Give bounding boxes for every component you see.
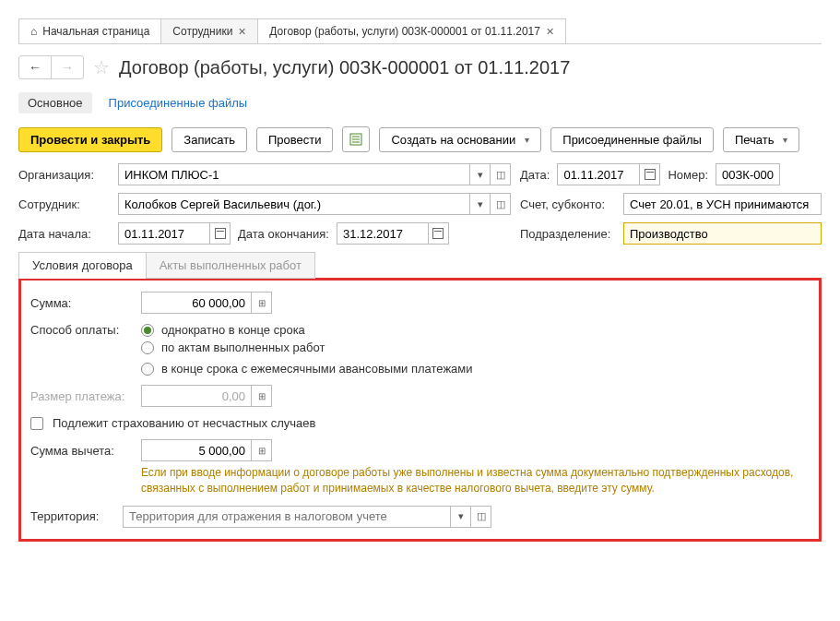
inner-tabs: Условия договора Акты выполненных работ	[18, 252, 822, 279]
territory-label: Территория:	[30, 509, 113, 523]
header-row: ← → ☆ Договор (работы, услуги) 00ЗК-0000…	[18, 44, 822, 89]
insurance-label: Подлежит страхованию от несчастных случа…	[53, 416, 315, 430]
account-input[interactable]	[623, 193, 822, 215]
radio-label: в конце срока с ежемесячными авансовыми …	[161, 362, 473, 376]
deduction-input[interactable]	[141, 439, 252, 461]
app-window: ⌂ Начальная страница Сотрудники ✕ Догово…	[18, 18, 822, 542]
calendar-icon[interactable]	[429, 222, 449, 245]
organization-label: Организация:	[18, 168, 111, 182]
conditions-panel: Сумма: ⊞ Способ оплаты: однократно в кон…	[18, 278, 822, 542]
section-main[interactable]: Основное	[18, 92, 92, 113]
deduction-label: Сумма вычета:	[30, 444, 132, 458]
calculator-icon[interactable]: ⊞	[252, 439, 272, 461]
open-icon[interactable]: ◫	[471, 506, 491, 528]
nav-forward-button[interactable]: →	[51, 56, 83, 78]
calendar-icon[interactable]	[210, 222, 231, 245]
open-icon[interactable]: ◫	[491, 163, 511, 185]
section-nav: Основное Присоединенные файлы	[18, 89, 822, 126]
radio-icon	[141, 341, 154, 354]
movements-button[interactable]	[342, 126, 370, 152]
tab-label: Начальная страница	[42, 25, 149, 38]
save-button[interactable]: Записать	[172, 127, 247, 152]
insurance-checkbox[interactable]	[30, 417, 43, 430]
tab-contract[interactable]: Договор (работы, услуги) 00ЗК-000001 от …	[257, 18, 566, 43]
post-and-close-button[interactable]: Провести и закрыть	[18, 127, 162, 152]
btn-label: Печать	[735, 133, 775, 147]
dropdown-icon[interactable]: ▾	[470, 193, 491, 215]
sum-label: Сумма:	[30, 296, 132, 310]
radio-icon	[141, 363, 154, 376]
tabs-bar: ⌂ Начальная страница Сотрудники ✕ Догово…	[18, 18, 822, 44]
radio-once-end[interactable]: однократно в конце срока	[141, 323, 305, 337]
section-files[interactable]: Присоединенные файлы	[109, 96, 248, 110]
tab-label: Сотрудники	[172, 25, 232, 38]
pay-method-label: Способ оплаты:	[30, 323, 132, 337]
date-input[interactable]	[557, 163, 640, 185]
radio-icon	[141, 324, 154, 337]
payment-size-input	[141, 385, 252, 407]
employee-input[interactable]	[118, 193, 470, 215]
calculator-icon: ⊞	[252, 385, 272, 407]
open-icon[interactable]: ◫	[491, 193, 511, 215]
close-icon[interactable]: ✕	[546, 26, 554, 38]
tab-acts[interactable]: Акты выполненных работ	[146, 252, 315, 279]
nav-buttons: ← →	[18, 55, 84, 79]
create-based-button[interactable]: Создать на основании	[379, 127, 541, 152]
radio-by-acts[interactable]: по актам выполненных работ	[141, 340, 810, 354]
form-area: Организация: ▾ ◫ Сотрудник: ▾ ◫	[18, 163, 822, 542]
number-input[interactable]	[716, 163, 780, 185]
organization-input[interactable]	[118, 163, 470, 185]
account-label: Счет, субконто:	[520, 197, 616, 211]
page-title: Договор (работы, услуги) 00ЗК-000001 от …	[119, 57, 570, 78]
favorite-star-icon[interactable]: ☆	[93, 56, 110, 78]
territory-input[interactable]	[123, 506, 451, 528]
tab-home[interactable]: ⌂ Начальная страница	[18, 18, 161, 43]
dropdown-icon[interactable]: ▾	[470, 163, 491, 185]
employee-label: Сотрудник:	[18, 197, 111, 211]
number-label: Номер:	[668, 168, 708, 182]
payment-size-label: Размер платежа:	[30, 389, 132, 403]
print-button[interactable]: Печать	[723, 127, 800, 152]
list-icon	[349, 133, 362, 146]
department-input[interactable]	[623, 222, 822, 245]
tab-employees[interactable]: Сотрудники ✕	[160, 18, 258, 43]
start-date-label: Дата начала:	[18, 227, 111, 241]
attached-files-button[interactable]: Присоединенные файлы	[550, 127, 714, 152]
toolbar: Провести и закрыть Записать Провести Соз…	[18, 126, 822, 163]
end-date-input[interactable]	[337, 222, 429, 245]
radio-label: по актам выполненных работ	[161, 340, 325, 354]
close-icon[interactable]: ✕	[238, 26, 246, 38]
btn-label: Создать на основании	[391, 133, 515, 147]
tab-conditions[interactable]: Условия договора	[18, 252, 147, 279]
radio-label: однократно в конце срока	[161, 323, 305, 337]
post-button[interactable]: Провести	[256, 127, 334, 152]
department-label: Подразделение:	[520, 227, 616, 241]
dropdown-icon[interactable]: ▾	[451, 506, 471, 528]
nav-back-button[interactable]: ←	[19, 56, 51, 78]
calculator-icon[interactable]: ⊞	[252, 292, 272, 314]
end-date-label: Дата окончания:	[238, 227, 329, 241]
deduction-hint: Если при вводе информации о договоре раб…	[141, 465, 810, 496]
calendar-icon[interactable]	[640, 163, 660, 185]
date-label: Дата:	[520, 168, 550, 182]
sum-input[interactable]	[141, 292, 252, 314]
home-icon: ⌂	[30, 25, 37, 38]
tab-label: Договор (работы, услуги) 00ЗК-000001 от …	[269, 25, 540, 38]
start-date-input[interactable]	[118, 222, 210, 245]
radio-monthly-advance[interactable]: в конце срока с ежемесячными авансовыми …	[141, 362, 810, 376]
